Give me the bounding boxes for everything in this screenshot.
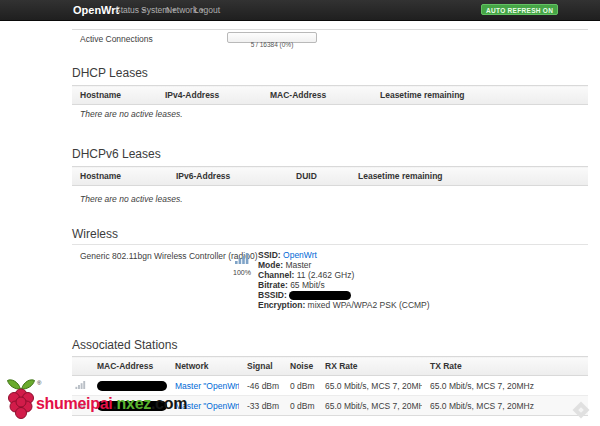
nav-item-label: Logout xyxy=(194,5,220,15)
station-tx-rate: 65.0 Mbit/s, MCS 7, 20MHz xyxy=(422,396,588,416)
wireless-details: SSID: OpenWrt Mode: Master Channel: 11 (… xyxy=(258,250,430,310)
network-link[interactable]: Master "OpenWrt" xyxy=(175,381,239,391)
ssid-link[interactable]: OpenWrt xyxy=(283,250,317,260)
dhcpv6-leases-table: Hostname IPv6-Address DUID Leasetime rem… xyxy=(72,166,588,186)
raspberry-pi-logo xyxy=(6,376,36,422)
dhcp-leases-title: DHCP Leases xyxy=(72,66,148,80)
station-noise: 0 dBm xyxy=(282,396,317,416)
nav-item-label: Network xyxy=(166,5,197,15)
brand-openwrt[interactable]: OpenWrt xyxy=(73,0,119,21)
dhcpv6-leases-title: DHCPv6 Leases xyxy=(72,147,161,161)
signal-strength-icon xyxy=(235,253,249,264)
detail-label: Encryption: xyxy=(258,300,305,310)
detail-label: BSSID: xyxy=(258,290,287,300)
wireless-panel: Generic 802.11bgn Wireless Controller (r… xyxy=(72,244,588,318)
detail-value: Master xyxy=(285,260,311,270)
column-header-network: Network xyxy=(167,357,239,376)
column-header-mac: MAC-Address xyxy=(89,357,167,376)
column-header-leasetime: Leasetime remaining xyxy=(372,86,588,105)
wireless-detail-bitrate: Bitrate: 65 Mbit/s xyxy=(258,280,430,290)
corner-ornament-inner xyxy=(578,407,584,413)
column-header-signal-icon xyxy=(72,357,89,376)
watermark-part: shumeipai xyxy=(36,395,112,412)
wireless-detail-channel: Channel: 11 (2.462 GHz) xyxy=(258,270,430,280)
dhcp-leases-table: Hostname IPv4-Address MAC-Address Leaset… xyxy=(72,85,588,105)
wireless-detail-bssid: BSSID: xyxy=(258,290,430,300)
connections-progress-value: 5 / 16384 (0%) xyxy=(251,41,294,48)
column-header-rx-rate: RX Rate xyxy=(317,357,422,376)
column-header-signal: Signal xyxy=(239,357,282,376)
mac-redacted xyxy=(97,381,167,391)
station-rx-rate: 65.0 Mbit/s, MCS 7, 20MHz xyxy=(317,396,422,416)
column-header-tx-rate: TX Rate xyxy=(422,357,588,376)
column-header-hostname: Hostname xyxy=(72,86,157,105)
column-header-hostname: Hostname xyxy=(72,167,168,186)
active-connections-label: Active Connections xyxy=(80,34,153,44)
detail-value: 65 Mbit/s xyxy=(290,280,325,290)
registered-mark: ® xyxy=(37,380,41,386)
dhcpv6-empty-note: There are no active leases. xyxy=(80,194,183,204)
station-signal: -33 dBm xyxy=(239,396,282,416)
watermark-part: nxez xyxy=(117,395,151,412)
bssid-redacted xyxy=(289,291,351,300)
wireless-detail-encryption: Encryption: mixed WPA/WPA2 PSK (CCMP) xyxy=(258,300,430,310)
wireless-detail-mode: Mode: Master xyxy=(258,260,430,270)
associated-stations-title: Associated Stations xyxy=(72,338,177,352)
auto-refresh-badge[interactable]: AUTO REFRESH ON xyxy=(481,4,558,15)
detail-value: 11 (2.462 GHz) xyxy=(297,270,354,280)
station-tx-rate: 65.0 Mbit/s, MCS 7, 20MHz xyxy=(422,376,588,396)
detail-label: Mode: xyxy=(258,260,283,270)
station-row: Master "OpenWrt" -46 dBm 0 dBm 65.0 Mbit… xyxy=(72,376,588,396)
column-header-leasetime: Leasetime remaining xyxy=(350,167,588,186)
active-connections-row: Active Connections 5 / 16384 (0%) xyxy=(72,29,588,51)
wireless-signal-indicator: 100% xyxy=(227,250,257,276)
nav-item-logout[interactable]: Logout xyxy=(194,0,220,21)
wireless-title: Wireless xyxy=(72,227,118,241)
nav-item-label: Status xyxy=(115,5,139,15)
signal-strength-icon xyxy=(75,381,86,389)
openwrt-status-page: OpenWrt Status System Network Logout AUT… xyxy=(0,0,600,426)
station-signal: -46 dBm xyxy=(239,376,282,396)
column-header-noise: Noise xyxy=(282,357,317,376)
detail-label: SSID: xyxy=(258,250,281,260)
navbar: OpenWrt Status System Network Logout AUT… xyxy=(0,0,600,21)
detail-value: mixed WPA/WPA2 PSK (CCMP) xyxy=(308,300,430,310)
detail-label: Channel: xyxy=(258,270,294,280)
station-noise: 0 dBm xyxy=(282,376,317,396)
column-header-duid: DUID xyxy=(288,167,350,186)
signal-percent-label: 100% xyxy=(227,269,257,276)
watermark-text: shumeipai.nxez.com xyxy=(36,395,187,413)
wireless-detail-ssid: SSID: OpenWrt xyxy=(258,250,430,260)
dhcp-empty-note: There are no active leases. xyxy=(80,109,183,119)
column-header-ipv4: IPv4-Address xyxy=(157,86,262,105)
connections-progressbar: 5 / 16384 (0%) xyxy=(227,32,317,43)
watermark-part: .com xyxy=(151,395,187,412)
column-header-mac: MAC-Address xyxy=(262,86,372,105)
column-header-ipv6: IPv6-Address xyxy=(168,167,288,186)
station-rx-rate: 65.0 Mbit/s, MCS 7, 20MHz xyxy=(317,376,422,396)
detail-label: Bitrate: xyxy=(258,280,288,290)
